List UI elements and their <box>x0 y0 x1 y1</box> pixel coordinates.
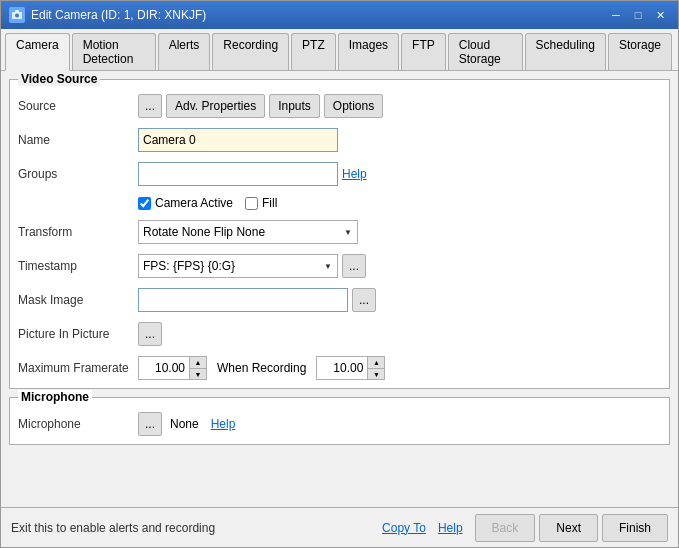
tab-recording[interactable]: Recording <box>212 33 289 70</box>
pip-controls: ... <box>138 322 661 346</box>
camera-active-checkbox[interactable]: Camera Active <box>138 196 233 210</box>
when-recording-down-button[interactable]: ▼ <box>368 368 384 379</box>
checkbox-row: Camera Active Fill <box>18 196 661 210</box>
tab-images[interactable]: Images <box>338 33 399 70</box>
window-title: Edit Camera (ID: 1, DIR: XNKJF) <box>31 8 206 22</box>
app-icon <box>9 7 25 23</box>
microphone-group: Microphone Microphone ... None Help <box>9 397 670 445</box>
status-message: Exit this to enable alerts and recording <box>11 521 215 535</box>
mask-image-controls: ... <box>138 288 661 312</box>
maximize-button[interactable]: □ <box>628 6 648 24</box>
back-button[interactable]: Back <box>475 514 536 542</box>
camera-active-label: Camera Active <box>155 196 233 210</box>
pip-label: Picture In Picture <box>18 327 138 341</box>
tab-bar: Camera Motion Detection Alerts Recording… <box>1 29 678 71</box>
timestamp-row: Timestamp FPS: {FPS} {0:G} ... <box>18 254 661 278</box>
svg-rect-2 <box>15 10 19 12</box>
source-row: Source ... Adv. Properties Inputs Option… <box>18 94 661 118</box>
video-source-group: Video Source Source ... Adv. Properties … <box>9 79 670 389</box>
tab-motion-detection[interactable]: Motion Detection <box>72 33 156 70</box>
groups-label: Groups <box>18 167 138 181</box>
source-browse-button[interactable]: ... <box>138 94 162 118</box>
name-row: Name <box>18 128 661 152</box>
timestamp-select[interactable]: FPS: {FPS} {0:G} <box>138 254 338 278</box>
max-framerate-input[interactable] <box>139 357 189 379</box>
window-controls: ─ □ ✕ <box>606 6 670 24</box>
adv-properties-button[interactable]: Adv. Properties <box>166 94 265 118</box>
scroll-panel: Video Source Source ... Adv. Properties … <box>1 71 678 507</box>
tab-cloud-storage[interactable]: Cloud Storage <box>448 33 523 70</box>
source-controls: ... Adv. Properties Inputs Options <box>138 94 661 118</box>
microphone-title: Microphone <box>18 390 92 404</box>
title-bar-left: Edit Camera (ID: 1, DIR: XNKJF) <box>9 7 206 23</box>
close-button[interactable]: ✕ <box>650 6 670 24</box>
video-source-title: Video Source <box>18 72 100 86</box>
microphone-controls: ... None Help <box>138 412 661 436</box>
tab-camera[interactable]: Camera <box>5 33 70 71</box>
framerate-controls: ▲ ▼ When Recording ▲ ▼ <box>138 356 661 380</box>
name-controls <box>138 128 661 152</box>
name-label: Name <box>18 133 138 147</box>
microphone-help-link[interactable]: Help <box>211 417 236 431</box>
tab-ptz[interactable]: PTZ <box>291 33 336 70</box>
groups-controls: Help <box>138 162 661 186</box>
mask-image-label: Mask Image <box>18 293 138 307</box>
tab-scheduling[interactable]: Scheduling <box>525 33 606 70</box>
when-recording-input[interactable] <box>317 357 367 379</box>
fill-check[interactable] <box>245 197 258 210</box>
finish-button[interactable]: Finish <box>602 514 668 542</box>
groups-help-link[interactable]: Help <box>342 167 367 181</box>
transform-row: Transform Rotate None Flip None <box>18 220 661 244</box>
pip-button[interactable]: ... <box>138 322 162 346</box>
fill-checkbox[interactable]: Fill <box>245 196 277 210</box>
when-recording-spinner: ▲ ▼ <box>316 356 385 380</box>
timestamp-browse-button[interactable]: ... <box>342 254 366 278</box>
tab-ftp[interactable]: FTP <box>401 33 446 70</box>
microphone-row: Microphone ... None Help <box>18 412 661 436</box>
tab-alerts[interactable]: Alerts <box>158 33 211 70</box>
mask-image-input[interactable] <box>138 288 348 312</box>
mask-browse-button[interactable]: ... <box>352 288 376 312</box>
title-bar: Edit Camera (ID: 1, DIR: XNKJF) ─ □ ✕ <box>1 1 678 29</box>
inputs-button[interactable]: Inputs <box>269 94 320 118</box>
main-window: Edit Camera (ID: 1, DIR: XNKJF) ─ □ ✕ Ca… <box>0 0 679 548</box>
status-bar: Exit this to enable alerts and recording… <box>1 507 678 547</box>
pip-row: Picture In Picture ... <box>18 322 661 346</box>
transform-select-wrapper: Rotate None Flip None <box>138 220 358 244</box>
transform-controls: Rotate None Flip None <box>138 220 661 244</box>
groups-row: Groups Help <box>18 162 661 186</box>
content-area: Video Source Source ... Adv. Properties … <box>1 71 678 547</box>
tab-storage[interactable]: Storage <box>608 33 672 70</box>
source-label: Source <box>18 99 138 113</box>
status-buttons: Copy To Help Back Next Finish <box>382 514 668 542</box>
when-recording-up-button[interactable]: ▲ <box>368 357 384 368</box>
transform-select[interactable]: Rotate None Flip None <box>138 220 358 244</box>
options-button[interactable]: Options <box>324 94 383 118</box>
timestamp-select-wrapper: FPS: {FPS} {0:G} <box>138 254 338 278</box>
minimize-button[interactable]: ─ <box>606 6 626 24</box>
name-input[interactable] <box>138 128 338 152</box>
fill-label: Fill <box>262 196 277 210</box>
timestamp-controls: FPS: {FPS} {0:G} ... <box>138 254 661 278</box>
copy-to-link[interactable]: Copy To <box>382 521 426 535</box>
when-recording-spinner-buttons: ▲ ▼ <box>367 357 384 379</box>
microphone-name: None <box>170 417 199 431</box>
microphone-browse-button[interactable]: ... <box>138 412 162 436</box>
max-framerate-spinner: ▲ ▼ <box>138 356 207 380</box>
max-framerate-spinner-buttons: ▲ ▼ <box>189 357 206 379</box>
max-framerate-down-button[interactable]: ▼ <box>190 368 206 379</box>
next-button[interactable]: Next <box>539 514 598 542</box>
when-recording-label: When Recording <box>217 361 306 375</box>
framerate-row: Maximum Framerate ▲ ▼ When Recording <box>18 356 661 380</box>
microphone-label: Microphone <box>18 417 138 431</box>
timestamp-label: Timestamp <box>18 259 138 273</box>
max-framerate-label: Maximum Framerate <box>18 361 138 375</box>
groups-input[interactable] <box>138 162 338 186</box>
max-framerate-up-button[interactable]: ▲ <box>190 357 206 368</box>
transform-label: Transform <box>18 225 138 239</box>
mask-image-row: Mask Image ... <box>18 288 661 312</box>
help-link[interactable]: Help <box>438 521 463 535</box>
camera-active-check[interactable] <box>138 197 151 210</box>
svg-point-1 <box>15 14 19 18</box>
